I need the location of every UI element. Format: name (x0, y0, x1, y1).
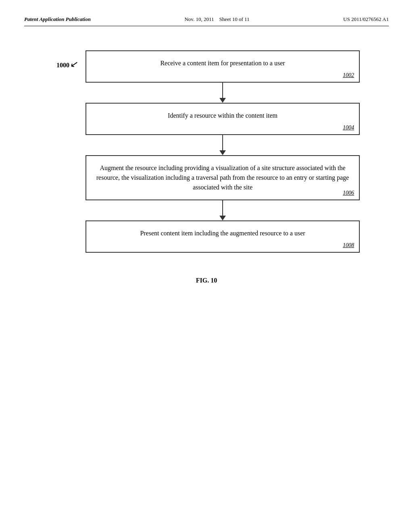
flow-box-1002-text: Receive a content item for presentation … (96, 58, 349, 68)
arrow-3 (219, 200, 226, 220)
arrow-1-line (222, 83, 223, 98)
arrow-3-line (222, 200, 223, 216)
page: Patent Application Publication Nov. 10, … (0, 0, 413, 532)
page-header: Patent Application Publication Nov. 10, … (24, 16, 389, 26)
header-patent-number: US 2011/0276562 A1 (343, 16, 389, 23)
flow-box-1004: Identify a resource within the content i… (86, 103, 360, 135)
figure-caption: FIG. 10 (196, 277, 217, 284)
flow-box-1008: Present content item including the augme… (86, 220, 360, 253)
arrow-1-head (219, 98, 226, 103)
flow-box-1002: Receive a content item for presentation … (86, 50, 360, 83)
arrow-1 (219, 83, 226, 103)
diagram-area: 1000↙ Receive a content item for present… (24, 50, 389, 284)
diagram-label-area: 1000↙ (56, 58, 78, 70)
flow-box-1004-number: 1004 (343, 125, 354, 131)
arrow-3-head (219, 216, 226, 220)
sheet-number: Sheet 10 of 11 (219, 16, 250, 22)
flow-box-1006: Augment the resource including providing… (86, 155, 360, 200)
flow-box-1006-number: 1006 (343, 190, 354, 196)
flow-box-1008-text: Present content item including the augme… (96, 229, 349, 238)
flow-box-1008-number: 1008 (343, 242, 354, 249)
flow-box-1002-number: 1002 (343, 72, 354, 79)
arrow-2-head (219, 150, 226, 155)
diagram-label: 1000↙ (56, 62, 78, 69)
arrow-2-line (222, 135, 223, 150)
flow-container: Receive a content item for presentation … (86, 50, 360, 253)
flow-box-1006-text: Augment the resource including providing… (96, 163, 349, 192)
flow-box-1004-text: Identify a resource within the content i… (96, 111, 349, 121)
header-left-text: Patent Application Publication (24, 16, 91, 23)
header-date: Nov. 10, 2011 Sheet 10 of 11 (184, 16, 249, 23)
arrow-2 (219, 135, 226, 155)
